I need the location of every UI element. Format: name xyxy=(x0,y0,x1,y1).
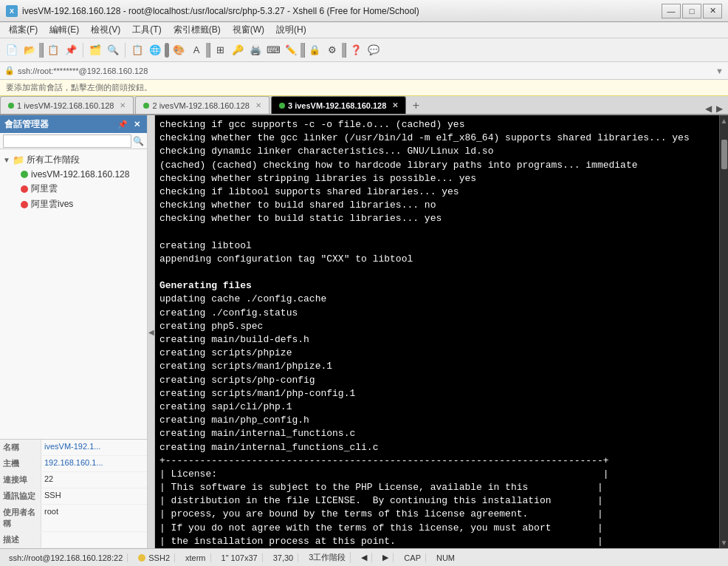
color-button[interactable]: 🎨 xyxy=(170,41,188,59)
menu-help[interactable]: 說明(H) xyxy=(270,22,312,38)
add-tab-button[interactable]: + xyxy=(408,98,424,114)
server-dot-ives xyxy=(21,171,28,178)
status-num-text: NUM xyxy=(436,553,455,562)
info-value-host: 192.168.160.1... xyxy=(41,456,147,471)
sidebar-header: 會話管理器 📌 ✕ xyxy=(0,115,147,133)
tree-item-alibaba-ives[interactable]: 阿里雲ives xyxy=(18,197,147,212)
chat-button[interactable]: 💬 xyxy=(365,41,382,59)
status-workspace: 3工作階段 xyxy=(304,552,351,563)
status-dot xyxy=(138,554,145,562)
info-row-host: 主機 192.168.160.1... xyxy=(0,456,147,472)
font-button[interactable]: A xyxy=(188,41,205,59)
content-area: 會話管理器 📌 ✕ 🔍 ▼ 📁 所有工作階段 ivesVM-192.168.16… xyxy=(0,115,728,548)
tree-item-ives[interactable]: ivesVM-192.168.160.128 xyxy=(18,168,147,181)
status-nav-next[interactable]: ▶ xyxy=(378,553,394,562)
tab-3-label: 3 ivesVM-192.168.160.128 xyxy=(288,101,386,110)
paste-button[interactable]: 📌 xyxy=(62,41,80,59)
toolbar: 📄 📂 📋 📌 🗂️ 🔍 📋 🌐 🎨 A ⊞ 🔑 🖨️ ⌨ ✏️ 🔒 ⚙ ❓ 💬 xyxy=(0,38,728,62)
info-label-username: 使用者名稱 xyxy=(0,505,41,531)
info-row-desc: 描述 xyxy=(0,532,147,548)
terminal-area[interactable]: checking if gcc supports -c -o file.o...… xyxy=(155,115,719,548)
sidebar-tree: ▼ 📁 所有工作階段 ivesVM-192.168.160.128 阿里雲 阿里… xyxy=(0,149,147,439)
status-xterm: xterm xyxy=(181,553,211,562)
tab-2-label: 2 ivesVM-192.168.160.128 xyxy=(152,101,249,110)
info-label-name: 名稱 xyxy=(0,440,41,455)
tree-root-folder-icon: 📁 xyxy=(13,154,24,166)
tab-1-close[interactable]: ✕ xyxy=(120,101,126,109)
info-label-protocol: 通訊協定 xyxy=(0,488,41,504)
menu-view[interactable]: 檢視(V) xyxy=(85,22,126,38)
tree-root[interactable]: ▼ 📁 所有工作階段 xyxy=(0,152,147,168)
status-cursor-text: 1" 107x37 xyxy=(222,553,258,562)
terminal-scrollbar[interactable]: ▲ ▼ xyxy=(719,115,728,548)
scrollbar-thumb[interactable] xyxy=(721,140,727,169)
key-button[interactable]: 🔑 xyxy=(229,41,247,59)
tree-item-ives-label: ivesVM-192.168.160.128 xyxy=(31,169,129,180)
status-nav-prev[interactable]: ◀ xyxy=(357,553,372,562)
window-controls: — □ ✕ xyxy=(662,4,722,18)
grid-button[interactable]: ⊞ xyxy=(211,41,229,59)
tab-2-close[interactable]: ✕ xyxy=(255,101,261,109)
minimize-button[interactable]: — xyxy=(662,4,681,18)
find-button[interactable]: 🔍 xyxy=(104,41,122,59)
compose-button[interactable]: ✏️ xyxy=(282,41,300,59)
session-manager-button[interactable]: 🗂️ xyxy=(86,41,104,59)
info-value-protocol: SSH xyxy=(41,488,147,504)
tab-3-dot xyxy=(279,103,285,109)
status-ssh: SSH2 xyxy=(134,553,175,562)
menu-window[interactable]: 視窗(W) xyxy=(227,22,270,38)
address-bar: 🔒 ssh://root:********@192.168.160.128 ▼ xyxy=(0,62,728,80)
tab-prev-button[interactable]: ◀ xyxy=(703,103,714,114)
menu-file[interactable]: 檔案(F) xyxy=(3,22,44,38)
tab-1[interactable]: 1 ivesVM-192.168.160.128 ✕ xyxy=(0,96,134,114)
sidebar-close-button[interactable]: ✕ xyxy=(131,119,142,130)
tab-3-close[interactable]: ✕ xyxy=(392,101,398,109)
term-button[interactable]: ⌨ xyxy=(264,41,282,59)
status-cap-text: CAP xyxy=(404,553,421,562)
new-session-button[interactable]: 📄 xyxy=(3,41,21,59)
info-row-username: 使用者名稱 root xyxy=(0,505,147,532)
sidebar-pin-button[interactable]: 📌 xyxy=(115,119,130,130)
info-label-port: 連接埠 xyxy=(0,472,41,488)
tree-item-alibaba-ives-label: 阿里雲ives xyxy=(31,198,73,211)
address-text: ssh://root:********@192.168.160.128 xyxy=(18,67,712,75)
sidebar-search-input[interactable] xyxy=(3,134,131,148)
help-button[interactable]: ❓ xyxy=(347,41,365,59)
tree-item-alibaba[interactable]: 阿里雲 xyxy=(18,181,147,197)
close-button[interactable]: ✕ xyxy=(703,4,722,18)
tab-2-dot xyxy=(143,103,149,109)
server-dot-alibaba-ives xyxy=(21,201,28,208)
status-bar: ssh://root@192.168.160.128:22 SSH2 xterm… xyxy=(0,548,728,566)
session-list-button[interactable]: 📋 xyxy=(128,41,146,59)
open-button[interactable]: 📂 xyxy=(21,41,38,59)
maximize-button[interactable]: □ xyxy=(682,4,701,18)
sidebar-collapse-handle[interactable]: ◀ xyxy=(148,115,155,548)
scrollbar-down-button[interactable]: ▼ xyxy=(721,539,728,547)
info-value-name: ivesVM-192.1... xyxy=(41,440,147,455)
menu-tools[interactable]: 工具(T) xyxy=(126,22,167,38)
info-row-name: 名稱 ivesVM-192.1... xyxy=(0,440,147,456)
settings-button[interactable]: ⚙ xyxy=(323,41,341,59)
server-dot-alibaba xyxy=(21,185,28,193)
menu-tabs[interactable]: 索引標籤(B) xyxy=(168,22,227,38)
tab-next-button[interactable]: ▶ xyxy=(714,103,725,114)
dropdown-icon[interactable]: ▼ xyxy=(715,67,724,75)
menu-bar: 檔案(F) 編輯(E) 檢視(V) 工具(T) 索引標籤(B) 視窗(W) 說明… xyxy=(0,22,728,38)
tab-3[interactable]: 3 ivesVM-192.168.160.128 ✕ xyxy=(271,96,406,114)
info-value-username: root xyxy=(41,505,147,531)
tab-1-dot xyxy=(8,103,14,109)
scrollbar-up-button[interactable]: ▲ xyxy=(721,117,728,125)
copy-button[interactable]: 📋 xyxy=(44,41,62,59)
tab-2[interactable]: 2 ivesVM-192.168.160.128 ✕ xyxy=(135,96,269,114)
print-button[interactable]: 🖨️ xyxy=(247,41,264,59)
tabs-row: 1 ivesVM-192.168.160.128 ✕ 2 ivesVM-192.… xyxy=(0,96,728,115)
info-panel: 名稱 ivesVM-192.1... 主機 192.168.160.1... 連… xyxy=(0,439,147,548)
sidebar-search: 🔍 xyxy=(0,133,147,149)
transfer-button[interactable]: 🌐 xyxy=(146,41,164,59)
terminal-wrapper: checking if gcc supports -c -o file.o...… xyxy=(155,115,728,548)
lock-button[interactable]: 🔒 xyxy=(306,41,323,59)
window-title: ivesVM-192.168.160.128 - root@localhost:… xyxy=(22,6,419,16)
status-ssh-text: SSH2 xyxy=(148,553,170,562)
menu-edit[interactable]: 編輯(E) xyxy=(44,22,85,38)
app-icon: X xyxy=(6,5,18,17)
